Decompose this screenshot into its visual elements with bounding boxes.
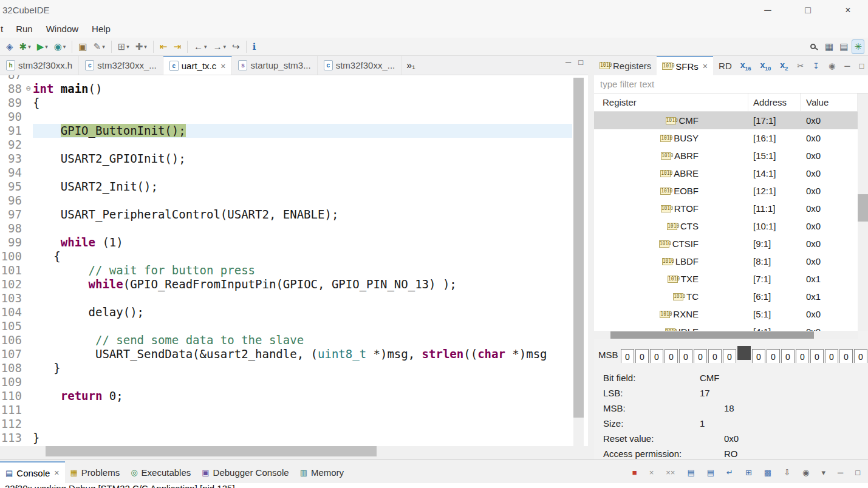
table-horizontal-scrollbar[interactable] [594, 331, 858, 339]
close-tab-icon[interactable]: × [220, 61, 225, 71]
register-row-abre[interactable]: 1010ABRE[14:1]0x0 [594, 164, 858, 182]
close-window-icon[interactable]: × [828, 0, 868, 20]
editor-tab-startup-stm3[interactable]: sstartup_stm3... [232, 56, 317, 75]
table-hscroll-thumb[interactable] [610, 331, 814, 339]
register-row-busy[interactable]: 1010BUSY[16:1]0x0 [594, 129, 858, 147]
cpp-perspective-icon[interactable]: ▤ [837, 39, 850, 54]
show-console-stderr-icon[interactable]: ▤ [705, 465, 717, 480]
line-number[interactable]: 88 [0, 82, 24, 96]
debug-perspective-icon[interactable]: ✳ [852, 39, 864, 54]
display-selected-console-icon[interactable]: ▾ [819, 465, 828, 480]
code-text[interactable]: GPIO_ButtonInit(); [33, 124, 572, 138]
code-text[interactable] [33, 375, 572, 389]
register-row-ctsif[interactable]: 1010CTSIF[9:1]0x0 [594, 235, 858, 252]
build-all-dropdown-arrow[interactable]: ▾ [126, 44, 129, 50]
register-row-rxne[interactable]: 1010RXNE[5:1]0x0 [594, 305, 858, 323]
info-icon[interactable]: ℹ [250, 39, 259, 54]
editor-tab-stm32f30xx[interactable]: cstm32f30xx_... [79, 56, 163, 75]
bit-cell-8[interactable] [737, 346, 751, 360]
back-icon[interactable]: ←▾ [191, 39, 210, 54]
forward-dropdown-arrow[interactable]: ▾ [224, 44, 227, 50]
word-wrap-icon[interactable]: ↵ [724, 465, 736, 480]
line-number[interactable]: 91 [0, 124, 24, 138]
last-edit-location-icon[interactable]: ↪ [230, 39, 242, 54]
column-header-address[interactable]: Address [748, 93, 801, 111]
line-number[interactable]: 96 [0, 194, 24, 208]
column-header-value[interactable]: Value [801, 93, 858, 111]
register-row-abrf[interactable]: 1010ABRF[15:1]0x0 [594, 147, 858, 164]
code-text[interactable]: int main() [33, 82, 572, 96]
format-icon[interactable]: ✎▾ [91, 39, 108, 54]
code-text[interactable] [33, 110, 572, 124]
line-number[interactable]: 92 [0, 138, 24, 152]
code-editor[interactable]: 8788⊖int main()89{9091 GPIO_ButtonInit()… [0, 75, 588, 446]
line-number[interactable]: 110 [0, 389, 24, 403]
tab-overflow-indicator[interactable]: »₁ [402, 56, 420, 75]
register-row-lbdf[interactable]: 1010LBDF[8:1]0x0 [594, 252, 858, 270]
line-number[interactable]: 108 [0, 361, 24, 375]
maximize-view-icon[interactable]: □ [853, 465, 863, 480]
line-number[interactable]: 109 [0, 375, 24, 389]
editor-vertical-scrollbar[interactable] [573, 78, 584, 446]
bit-cell-1[interactable]: 0 [635, 349, 649, 363]
open-perspective-icon[interactable]: ▦ [822, 39, 836, 54]
new-wizard-icon[interactable]: ✚▾ [133, 39, 149, 54]
bit-cell-3[interactable]: 0 [665, 349, 678, 363]
line-number[interactable]: 101 [0, 263, 24, 277]
code-text[interactable] [33, 194, 572, 208]
run-dropdown-arrow[interactable]: ▾ [45, 44, 48, 50]
search-icon[interactable] [807, 39, 821, 54]
line-number[interactable]: 105 [0, 319, 24, 333]
code-text[interactable]: // wait for button press [33, 263, 572, 277]
view-tab-debugger-console[interactable]: ▣Debugger Console [196, 461, 294, 483]
line-number[interactable]: 90 [0, 110, 24, 124]
view-tab-console[interactable]: ▤Console× [0, 461, 65, 483]
code-text[interactable]: // send some data to the slave [33, 333, 572, 347]
code-text[interactable]: USART2_GPIOInit(); [33, 152, 572, 166]
pin-console-icon[interactable]: ◉ [800, 465, 812, 480]
menu-t[interactable]: t [0, 24, 9, 34]
code-text[interactable]: while(GPIO_ReadFromInputPin(GPIOC, GPIO_… [33, 277, 572, 291]
profile-dropdown-arrow[interactable]: ▾ [63, 44, 66, 50]
view-tab-sfrs[interactable]: 1010SFRs× [657, 56, 713, 75]
step-return-icon[interactable]: ⇤ [157, 39, 170, 54]
radix-binary-icon[interactable]: x2 [777, 58, 790, 73]
close-tab-icon[interactable]: × [54, 468, 59, 478]
code-text[interactable] [33, 166, 572, 180]
table-vscroll-thumb[interactable] [858, 194, 868, 222]
debug-icon[interactable]: ✱▾ [17, 39, 33, 54]
menu-help[interactable]: Help [85, 24, 117, 34]
profile-icon[interactable]: ◉▾ [52, 39, 69, 54]
bit-cell-12[interactable]: 0 [796, 349, 809, 363]
code-text[interactable]: delay(); [33, 305, 572, 319]
close-tab-icon[interactable]: × [703, 61, 708, 71]
editor-tab-uart-tx-c[interactable]: cuart_tx.c× [163, 56, 233, 75]
code-text[interactable]: } [33, 431, 572, 445]
code-text[interactable] [33, 403, 572, 417]
code-text[interactable] [33, 417, 572, 431]
remove-all-launches-icon[interactable]: ×× [663, 465, 677, 480]
horizontal-scrollbar-thumb[interactable] [46, 446, 377, 456]
radix-decimal-icon[interactable]: x10 [758, 58, 774, 73]
export-registers-icon[interactable]: ↧ [810, 58, 822, 73]
minimize-editor-icon[interactable]: ─ [566, 58, 571, 67]
maximize-editor-icon[interactable]: □ [578, 58, 583, 67]
bit-cell-14[interactable]: 0 [825, 349, 838, 363]
scroll-lock-icon[interactable]: ⇩ [781, 465, 793, 480]
code-text[interactable] [33, 75, 572, 82]
line-number[interactable]: 95 [0, 180, 24, 194]
line-number[interactable]: 111 [0, 403, 24, 417]
step-into-icon[interactable]: ⇥ [171, 39, 183, 54]
code-text[interactable] [33, 222, 572, 236]
editor-tab-stm32f30xx-h[interactable]: hstm32f30xx.h [0, 56, 79, 75]
back-dropdown-arrow[interactable]: ▾ [204, 44, 207, 50]
line-number[interactable]: 97 [0, 208, 24, 222]
code-text[interactable]: while (1) [33, 236, 572, 249]
register-row-tc[interactable]: 1010TC[6:1]0x1 [594, 288, 858, 305]
bit-cell-15[interactable]: 0 [839, 349, 853, 363]
code-text[interactable]: USART_SendData(&usart2_handle, (uint8_t … [33, 347, 572, 361]
line-number[interactable]: 99 [0, 236, 24, 249]
bit-cell-0[interactable]: 0 [621, 349, 634, 363]
register-row-idle[interactable]: 1010IDLE[4:1]0x0 [594, 323, 858, 331]
bit-cell-7[interactable]: 0 [723, 349, 736, 363]
